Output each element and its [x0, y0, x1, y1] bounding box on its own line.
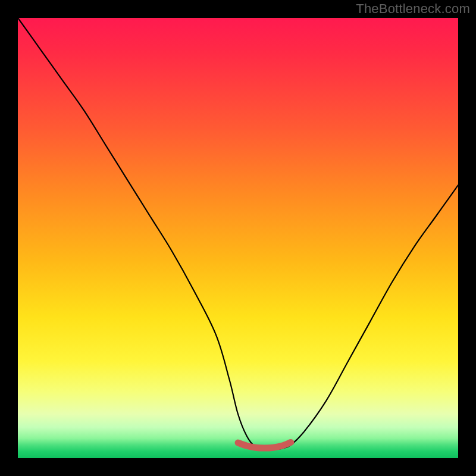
watermark-text: TheBottleneck.com: [356, 1, 470, 17]
plot-area: [18, 18, 458, 458]
bottleneck-curve-path: [18, 18, 458, 450]
chart-svg: [18, 18, 458, 458]
chart-frame: TheBottleneck.com: [0, 0, 476, 476]
good-zone-marker-path: [238, 442, 291, 448]
